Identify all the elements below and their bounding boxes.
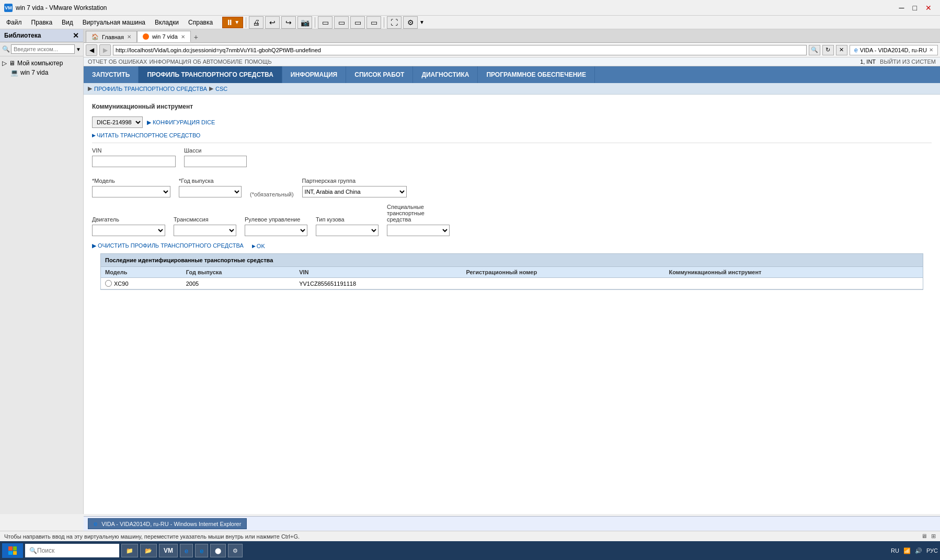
back-button[interactable]: ◀ <box>86 44 97 56</box>
sidebar-item-computer[interactable]: ▷ 🖥 Мой компьютер <box>2 59 81 68</box>
taskbar-vmware-btn[interactable]: VM <box>159 544 178 557</box>
comm-tool-select[interactable]: DICE-214998 <box>92 116 143 128</box>
breadcrumb-separator: ▶ <box>209 85 213 92</box>
menu-file[interactable]: Файл <box>2 18 26 27</box>
display-btn4[interactable]: ▭ <box>366 16 381 29</box>
dice-config-link[interactable]: ▶ КОНФИГУРАЦИЯ DICE <box>147 119 215 126</box>
url-input[interactable] <box>113 45 807 55</box>
refresh-btn[interactable]: ↻ <box>822 45 834 55</box>
search-dropdown-icon[interactable]: ▼ <box>76 46 81 52</box>
ok-button[interactable]: OK <box>252 243 265 249</box>
fullscreen-btn[interactable]: ⛶ <box>387 16 402 29</box>
breadcrumb-item-profile[interactable]: ПРОФИЛЬ ТРАНСПОРТНОГО СРЕДСТВА <box>94 86 207 92</box>
table-row[interactable]: XC90 2005 YV1CZ855651191118 <box>101 278 923 289</box>
minimize-btn[interactable]: ─ <box>895 4 909 12</box>
year-select[interactable] <box>179 186 242 197</box>
stop-btn[interactable]: ✕ <box>836 45 847 55</box>
read-vehicle-link[interactable]: ЧИТАТЬ ТРАНСПОРТНОЕ СРЕДСТВО <box>92 132 932 138</box>
engine-select[interactable] <box>92 225 165 236</box>
address-bar: ◀ ▶ 🔍 ↻ ✕ e VIDA - VIDA2014D, ru-RU ✕ <box>84 43 940 57</box>
taskbar-app-btn[interactable]: ⚙ <box>228 544 243 557</box>
ie-notification-item[interactable]: e VIDA - VIDA2014D, ru-RU - Windows Inte… <box>88 518 247 529</box>
vida-tab-badge[interactable]: e VIDA - VIDA2014D, ru-RU ✕ <box>850 45 938 55</box>
cell-vin: YV1CZ855651191118 <box>295 278 462 289</box>
model-select[interactable] <box>92 186 170 197</box>
screenshot-btn[interactable]: 📷 <box>297 16 312 29</box>
back-vmware-btn[interactable]: ↩ <box>265 16 280 29</box>
taskbar-explorer-btn[interactable]: 📁 <box>121 544 138 557</box>
menu-help[interactable]: Справка <box>184 18 217 27</box>
vehicle-radio[interactable] <box>105 280 112 287</box>
taskbar-chrome-btn[interactable]: ⬤ <box>210 544 226 557</box>
body-type-label: Тип кузова <box>316 216 379 223</box>
recent-vehicles-section: Последние идентифицированные транспортны… <box>100 253 923 290</box>
steering-select[interactable] <box>245 225 307 236</box>
tab-software-label: ПРОГРАММНОЕ ОБЕСПЕЧЕНИЕ <box>486 71 586 78</box>
tab-worklist[interactable]: СПИСОК РАБОТ <box>346 66 413 83</box>
tab-start[interactable]: ЗАПУСТИТЬ <box>84 66 139 83</box>
maximize-btn[interactable]: □ <box>909 4 921 12</box>
pause-button[interactable]: ⏸ ▼ <box>222 17 243 28</box>
menu-edit[interactable]: Правка <box>27 18 57 27</box>
tab-win7vida-close[interactable]: ✕ <box>181 34 185 40</box>
steering-field: Рулевое управление <box>245 216 307 236</box>
taskbar-browser-btn[interactable]: e <box>180 544 193 557</box>
print-btn[interactable]: 🖨 <box>249 16 263 29</box>
tab-home-close[interactable]: ✕ <box>127 34 131 40</box>
report-errors-link[interactable]: ОТЧЕТ ОБ ОШИБКАХ <box>88 59 147 65</box>
sidebar-item-win7vida[interactable]: 💻 win 7 vida <box>2 68 81 77</box>
partner-group-select[interactable]: INT, Arabia and China <box>302 186 407 197</box>
taskbar-edge-btn[interactable]: e <box>195 544 208 557</box>
fwd-vmware-btn[interactable]: ↪ <box>281 16 296 29</box>
display-btn3[interactable]: ▭ <box>350 16 365 29</box>
menu-tabs[interactable]: Вкладки <box>151 18 183 27</box>
top-links-bar: ОТЧЕТ ОБ ОШИБКАХ ИНФОРМАЦИЯ ОБ АВТОМОБИЛ… <box>84 57 940 66</box>
breadcrumb: ▶ ПРОФИЛЬ ТРАНСПОРТНОГО СРЕДСТВА ▶ CSC <box>84 83 940 95</box>
body-type-field: Тип кузова <box>316 216 379 236</box>
col-header-model: Модель <box>101 267 182 278</box>
taskbar-search-input[interactable] <box>37 547 100 554</box>
help-link[interactable]: ПОМОЩЬ <box>245 59 272 65</box>
display-btn2[interactable]: ▭ <box>334 16 349 29</box>
new-tab-button[interactable]: + <box>191 32 201 42</box>
taskbar-search-box[interactable]: 🔍 <box>25 544 119 557</box>
tab-software[interactable]: ПРОГРАММНОЕ ОБЕСПЕЧЕНИЕ <box>478 66 595 83</box>
volume-taskbar-icon: 🔊 <box>915 547 922 554</box>
vm-icon: 💻 <box>10 69 18 76</box>
car-info-link[interactable]: ИНФОРМАЦИЯ ОБ АВТОМОБИЛЕ <box>149 59 242 65</box>
settings-btn[interactable]: ⚙ <box>403 16 418 29</box>
clear-profile-link[interactable]: ▶ ОЧИСТИТЬ ПРОФИЛЬ ТРАНСПОРТНОГО СРЕДСТВ… <box>92 242 244 249</box>
menu-vm[interactable]: Виртуальная машина <box>78 18 150 27</box>
tab-info[interactable]: ИНФОРМАЦИЯ <box>282 66 346 83</box>
tab-win7vida[interactable]: win 7 vida ✕ <box>137 31 191 42</box>
browser-tab-bar: 🏠 Главная ✕ win 7 vida ✕ + <box>84 29 940 43</box>
sidebar-search-input[interactable] <box>11 44 75 54</box>
exit-link[interactable]: ВЫЙТИ ИЗ СИСТЕМ <box>880 59 936 65</box>
sidebar-search-area: 🔍 ▼ <box>0 42 83 56</box>
body-type-select[interactable] <box>316 225 379 236</box>
menu-view[interactable]: Вид <box>58 18 77 27</box>
vida-badge-close[interactable]: ✕ <box>929 47 933 53</box>
settings-arrow[interactable]: ▼ <box>419 19 425 25</box>
tab-info-label: ИНФОРМАЦИЯ <box>291 71 337 78</box>
start-button[interactable] <box>2 543 23 558</box>
tab-home[interactable]: 🏠 Главная ✕ <box>86 31 137 42</box>
forward-button[interactable]: ▶ <box>99 44 111 56</box>
vin-input[interactable] <box>92 156 176 167</box>
tab-vehicle-profile[interactable]: ПРОФИЛЬ ТРАНСПОРТНОГО СРЕДСТВА <box>139 66 282 83</box>
close-btn[interactable]: ✕ <box>921 4 936 12</box>
resize-icon: ⊞ <box>931 533 936 540</box>
cell-comm <box>664 278 923 289</box>
tab-diagnostics[interactable]: ДИАГНОСТИКА <box>413 66 478 83</box>
special-vehicles-select[interactable] <box>387 225 450 236</box>
chassis-input[interactable] <box>184 156 247 167</box>
col-header-reg: Регистрационный номер <box>462 267 664 278</box>
transmission-select[interactable] <box>174 225 236 236</box>
sidebar-close-btn[interactable]: ✕ <box>73 31 79 40</box>
breadcrumb-item-csc[interactable]: CSC <box>215 86 227 92</box>
search-addr-icon[interactable]: 🔍 <box>809 45 820 55</box>
dice-config-label: КОНФИГУРАЦИЯ DICE <box>153 119 215 125</box>
taskbar-files-btn[interactable]: 📂 <box>140 544 157 557</box>
special-vehicles-field: Специальные транспортные средства <box>387 204 450 236</box>
display-btn1[interactable]: ▭ <box>318 16 333 29</box>
